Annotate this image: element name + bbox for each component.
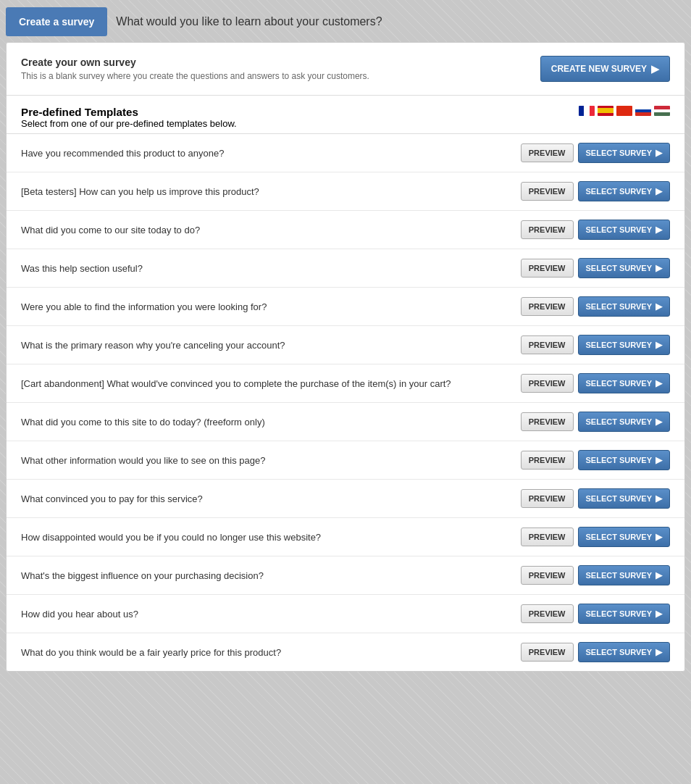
- flag-hu[interactable]: [654, 106, 670, 116]
- template-label: What's the biggest influence on your pur…: [21, 570, 521, 581]
- template-row: What did you come to our site today to d…: [7, 211, 684, 249]
- arrow-icon: ▶: [656, 417, 662, 427]
- create-new-survey-label: CREATE NEW SURVEY: [551, 64, 647, 74]
- create-survey-button[interactable]: Create a survey: [6, 7, 107, 36]
- arrow-icon: ▶: [656, 609, 662, 619]
- template-actions: PREVIEWSELECT SURVEY▶: [521, 296, 670, 317]
- template-row: How did you hear about us?PREVIEWSELECT …: [7, 595, 684, 633]
- arrow-icon: ▶: [656, 455, 662, 465]
- template-actions: PREVIEWSELECT SURVEY▶: [521, 642, 670, 662]
- preview-button[interactable]: PREVIEW: [521, 143, 574, 162]
- template-actions: PREVIEWSELECT SURVEY▶: [521, 527, 670, 547]
- arrow-icon: ▶: [656, 493, 662, 504]
- preview-button[interactable]: PREVIEW: [521, 451, 574, 470]
- arrow-icon: ▶: [656, 570, 662, 580]
- arrow-icon: ▶: [656, 378, 662, 388]
- arrow-icon: ▶: [656, 186, 662, 196]
- template-row: Were you able to find the information yo…: [7, 288, 684, 326]
- select-survey-label: SELECT SURVEY: [586, 149, 653, 157]
- select-survey-button[interactable]: SELECT SURVEY▶: [578, 220, 671, 240]
- template-row: What's the biggest influence on your pur…: [7, 556, 684, 595]
- arrow-icon: ▶: [656, 647, 662, 657]
- template-row: How disappointed would you be if you cou…: [7, 518, 684, 556]
- select-survey-button[interactable]: SELECT SURVEY▶: [578, 412, 671, 432]
- template-row: What other information would you like to…: [7, 441, 684, 480]
- select-survey-button[interactable]: SELECT SURVEY▶: [578, 450, 671, 470]
- flag-fr[interactable]: [579, 106, 595, 116]
- templates-list: Have you recommended this product to any…: [7, 133, 684, 671]
- template-row: What convinced you to pay for this servi…: [7, 480, 684, 518]
- preview-button[interactable]: PREVIEW: [521, 643, 574, 662]
- select-survey-label: SELECT SURVEY: [586, 302, 653, 311]
- template-label: How did you hear about us?: [21, 609, 521, 620]
- template-row: What is the primary reason why you're ca…: [7, 326, 684, 364]
- create-new-survey-button[interactable]: CREATE NEW SURVEY ▶: [540, 56, 670, 82]
- template-actions: PREVIEWSELECT SURVEY▶: [521, 450, 670, 470]
- template-actions: PREVIEWSELECT SURVEY▶: [521, 335, 670, 355]
- template-actions: PREVIEWSELECT SURVEY▶: [521, 373, 670, 393]
- create-own-section: Create your own survey This is a blank s…: [7, 43, 684, 96]
- flag-cn[interactable]: [616, 106, 632, 116]
- select-survey-button[interactable]: SELECT SURVEY▶: [578, 604, 671, 624]
- template-actions: PREVIEWSELECT SURVEY▶: [521, 258, 670, 278]
- preview-button[interactable]: PREVIEW: [521, 566, 574, 585]
- create-own-text: Create your own survey This is a blank s…: [21, 57, 369, 81]
- select-survey-label: SELECT SURVEY: [586, 648, 653, 656]
- preview-button[interactable]: PREVIEW: [521, 259, 574, 278]
- preview-button[interactable]: PREVIEW: [521, 412, 574, 431]
- select-survey-label: SELECT SURVEY: [586, 533, 653, 541]
- template-actions: PREVIEWSELECT SURVEY▶: [521, 220, 670, 240]
- arrow-icon: ▶: [656, 148, 662, 158]
- flag-ru[interactable]: [635, 106, 651, 116]
- arrow-icon: ▶: [656, 263, 662, 273]
- select-survey-button[interactable]: SELECT SURVEY▶: [578, 143, 671, 163]
- select-survey-button[interactable]: SELECT SURVEY▶: [578, 373, 671, 393]
- select-survey-button[interactable]: SELECT SURVEY▶: [578, 296, 671, 317]
- preview-button[interactable]: PREVIEW: [521, 604, 574, 623]
- template-row: Was this help section useful?PREVIEWSELE…: [7, 249, 684, 288]
- arrow-icon: ▶: [656, 301, 662, 312]
- select-survey-button[interactable]: SELECT SURVEY▶: [578, 488, 671, 509]
- predefined-description: Select from one of our pre-defined templ…: [21, 118, 237, 129]
- select-survey-button[interactable]: SELECT SURVEY▶: [578, 335, 671, 355]
- template-label: What did you come to our site today to d…: [21, 225, 521, 235]
- select-survey-button[interactable]: SELECT SURVEY▶: [578, 565, 671, 585]
- preview-button[interactable]: PREVIEW: [521, 182, 574, 201]
- template-actions: PREVIEWSELECT SURVEY▶: [521, 565, 670, 585]
- select-survey-label: SELECT SURVEY: [586, 456, 653, 464]
- template-label: Was this help section useful?: [21, 263, 521, 274]
- template-row: [Beta testers] How can you help us impro…: [7, 172, 684, 211]
- template-actions: PREVIEWSELECT SURVEY▶: [521, 488, 670, 509]
- select-survey-button[interactable]: SELECT SURVEY▶: [578, 642, 671, 662]
- template-label: What do you think would be a fair yearly…: [21, 647, 521, 658]
- select-survey-label: SELECT SURVEY: [586, 571, 653, 580]
- predefined-title: Pre-defined Templates: [21, 106, 237, 118]
- preview-button[interactable]: PREVIEW: [521, 489, 574, 508]
- select-survey-label: SELECT SURVEY: [586, 417, 653, 426]
- template-row: [Cart abandonment] What would've convinc…: [7, 364, 684, 403]
- select-survey-label: SELECT SURVEY: [586, 341, 653, 349]
- template-row: What did you come to this site to do tod…: [7, 403, 684, 441]
- arrow-icon: ▶: [656, 225, 662, 235]
- preview-button[interactable]: PREVIEW: [521, 335, 574, 354]
- page-header: Create a survey What would you like to l…: [0, 0, 691, 42]
- preview-button[interactable]: PREVIEW: [521, 374, 574, 393]
- select-survey-button[interactable]: SELECT SURVEY▶: [578, 258, 671, 278]
- preview-button[interactable]: PREVIEW: [521, 527, 574, 546]
- preview-button[interactable]: PREVIEW: [521, 297, 574, 316]
- select-survey-label: SELECT SURVEY: [586, 225, 653, 234]
- template-label: Have you recommended this product to any…: [21, 148, 521, 159]
- select-survey-button[interactable]: SELECT SURVEY▶: [578, 527, 671, 547]
- arrow-icon: ▶: [656, 532, 662, 542]
- flag-es[interactable]: [598, 106, 613, 116]
- template-actions: PREVIEWSELECT SURVEY▶: [521, 143, 670, 163]
- arrow-icon: ▶: [651, 63, 659, 75]
- template-actions: PREVIEWSELECT SURVEY▶: [521, 412, 670, 432]
- preview-button[interactable]: PREVIEW: [521, 220, 574, 239]
- select-survey-button[interactable]: SELECT SURVEY▶: [578, 181, 671, 201]
- select-survey-label: SELECT SURVEY: [586, 187, 653, 196]
- template-row: What do you think would be a fair yearly…: [7, 633, 684, 671]
- template-label: What is the primary reason why you're ca…: [21, 340, 521, 351]
- template-label: [Beta testers] How can you help us impro…: [21, 186, 521, 197]
- select-survey-label: SELECT SURVEY: [586, 609, 653, 618]
